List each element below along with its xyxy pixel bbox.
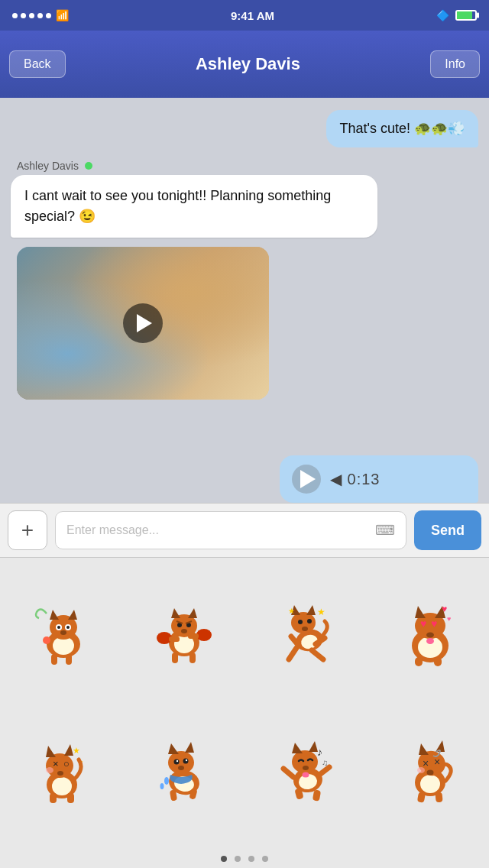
bubble-outgoing-1: That's cute! 🐢🐢💨 bbox=[326, 110, 478, 147]
svg-point-22 bbox=[181, 629, 187, 633]
svg-text:♥: ♥ bbox=[447, 615, 451, 623]
svg-point-71 bbox=[168, 751, 194, 774]
status-time: 9:41 AM bbox=[231, 9, 274, 22]
svg-rect-27 bbox=[172, 653, 178, 663]
audio-play-icon bbox=[300, 470, 316, 488]
svg-line-40 bbox=[312, 650, 323, 659]
svg-text:♥: ♥ bbox=[420, 617, 426, 630]
message-placeholder: Enter message... bbox=[66, 523, 159, 537]
svg-point-76 bbox=[176, 760, 177, 762]
sticker-panel: ★ ★ bbox=[0, 558, 489, 868]
svg-rect-28 bbox=[189, 653, 196, 663]
svg-marker-33 bbox=[306, 605, 316, 615]
svg-point-10 bbox=[43, 636, 50, 644]
sticker-img-6 bbox=[145, 735, 222, 811]
svg-text:♥: ♥ bbox=[431, 617, 437, 630]
pagination-dot-1[interactable] bbox=[221, 856, 227, 862]
svg-point-9 bbox=[60, 630, 66, 635]
navigation-bar: Back Ashley Davis Info bbox=[0, 31, 489, 98]
send-button[interactable]: Send bbox=[414, 510, 481, 550]
svg-rect-26 bbox=[188, 633, 199, 639]
pagination-dot-4[interactable] bbox=[262, 856, 268, 862]
page-title: Ashley Davis bbox=[66, 54, 431, 74]
sticker-corgi-scarf[interactable] bbox=[122, 704, 244, 842]
svg-point-97 bbox=[420, 775, 440, 793]
svg-point-57 bbox=[52, 777, 72, 795]
svg-point-6 bbox=[57, 626, 60, 629]
svg-point-74 bbox=[173, 760, 179, 765]
video-thumbnail[interactable] bbox=[17, 247, 269, 400]
sender-label: Ashley Davis bbox=[0, 157, 489, 175]
sticker-corgi-jump[interactable]: ★ ★ bbox=[244, 565, 367, 704]
svg-text:★: ★ bbox=[73, 746, 80, 755]
wifi-icon: 📶 bbox=[56, 9, 69, 21]
add-button[interactable]: + bbox=[8, 510, 47, 550]
audio-play-button[interactable] bbox=[292, 465, 321, 494]
sticker-corgi-dizzy[interactable]: × × bbox=[367, 704, 489, 842]
sticker-corgi-love[interactable]: ♥ ♥ ♥ ♥ bbox=[367, 565, 489, 704]
corgi-sticker-6-svg bbox=[147, 737, 220, 809]
svg-point-65 bbox=[46, 767, 53, 773]
svg-point-77 bbox=[185, 760, 186, 761]
pagination-dot-3[interactable] bbox=[248, 856, 254, 862]
svg-rect-67 bbox=[50, 793, 57, 803]
battery-icon bbox=[455, 10, 477, 21]
sender-name: Ashley Davis bbox=[17, 160, 79, 172]
message-text-2: I cant wait to see you tonight!! Plannin… bbox=[24, 188, 331, 224]
input-bar: + Enter message... ⌨ Send bbox=[0, 503, 489, 558]
back-button[interactable]: Back bbox=[9, 50, 66, 78]
sticker-img-4: ♥ ♥ ♥ ♥ bbox=[390, 597, 466, 673]
svg-text:♥: ♥ bbox=[442, 604, 447, 614]
svg-point-90 bbox=[303, 766, 309, 770]
svg-point-50 bbox=[426, 633, 434, 638]
corgi-sticker-5-svg: ★ ★ × ○ bbox=[25, 737, 98, 809]
sticker-corgi-dance[interactable]: ♪ ♫ bbox=[244, 704, 367, 842]
sticker-corgi-angry[interactable]: ★ ★ × ○ bbox=[0, 704, 122, 842]
signal-dots bbox=[12, 13, 51, 18]
svg-point-78 bbox=[178, 766, 184, 770]
svg-marker-46 bbox=[415, 606, 426, 618]
corgi-sticker-2-svg bbox=[147, 598, 220, 671]
pagination-dot-2[interactable] bbox=[235, 856, 241, 862]
svg-line-92 bbox=[283, 769, 293, 777]
svg-marker-17 bbox=[188, 608, 197, 618]
svg-marker-4 bbox=[68, 610, 77, 620]
keyboard-icon: ⌨ bbox=[375, 522, 395, 539]
sticker-img-5: ★ ★ × ○ bbox=[23, 735, 99, 811]
svg-text:○: ○ bbox=[63, 758, 70, 769]
bluetooth-icon: 🔷 bbox=[436, 9, 449, 21]
outgoing-message-1: That's cute! 🐢🐢💨 bbox=[0, 110, 489, 147]
sticker-grid: ★ ★ bbox=[0, 558, 489, 850]
svg-point-66 bbox=[57, 771, 63, 776]
svg-marker-16 bbox=[171, 608, 180, 618]
svg-marker-73 bbox=[185, 742, 194, 753]
sticker-corgi-spin[interactable] bbox=[0, 565, 122, 704]
messages-area: That's cute! 🐢🐢💨 Ashley Davis I cant wai… bbox=[0, 98, 489, 503]
outgoing-audio-message: ◀ 0:13 bbox=[280, 455, 478, 503]
message-text-1: That's cute! 🐢🐢💨 bbox=[340, 121, 465, 136]
status-left: 📶 bbox=[12, 9, 69, 21]
bubble-incoming-1: I cant wait to see you tonight!! Plannin… bbox=[11, 175, 377, 238]
sticker-img-3: ★ ★ bbox=[267, 597, 344, 673]
status-right: 🔷 bbox=[436, 9, 477, 21]
svg-marker-3 bbox=[50, 610, 59, 620]
corgi-sticker-4-svg: ♥ ♥ ♥ ♥ bbox=[392, 598, 465, 671]
audio-duration: ◀ 0:13 bbox=[330, 470, 380, 488]
svg-rect-106 bbox=[435, 792, 442, 803]
info-button[interactable]: Info bbox=[430, 50, 480, 78]
corgi-sticker-8-svg: × × bbox=[392, 737, 465, 809]
svg-text:★: ★ bbox=[317, 607, 325, 617]
svg-rect-105 bbox=[416, 792, 425, 802]
svg-rect-95 bbox=[312, 789, 320, 801]
svg-rect-54 bbox=[415, 657, 423, 666]
video-play-button[interactable] bbox=[123, 303, 163, 343]
sticker-corgi-boxing[interactable] bbox=[122, 565, 244, 704]
play-triangle-icon bbox=[137, 314, 152, 332]
svg-text:×: × bbox=[434, 756, 440, 768]
svg-text:★: ★ bbox=[288, 607, 295, 615]
message-input-field[interactable]: Enter message... ⌨ bbox=[55, 511, 406, 549]
svg-point-104 bbox=[426, 770, 433, 776]
corgi-sticker-7-svg: ♪ ♫ bbox=[270, 737, 342, 809]
svg-point-79 bbox=[164, 777, 169, 785]
svg-rect-11 bbox=[51, 654, 57, 665]
